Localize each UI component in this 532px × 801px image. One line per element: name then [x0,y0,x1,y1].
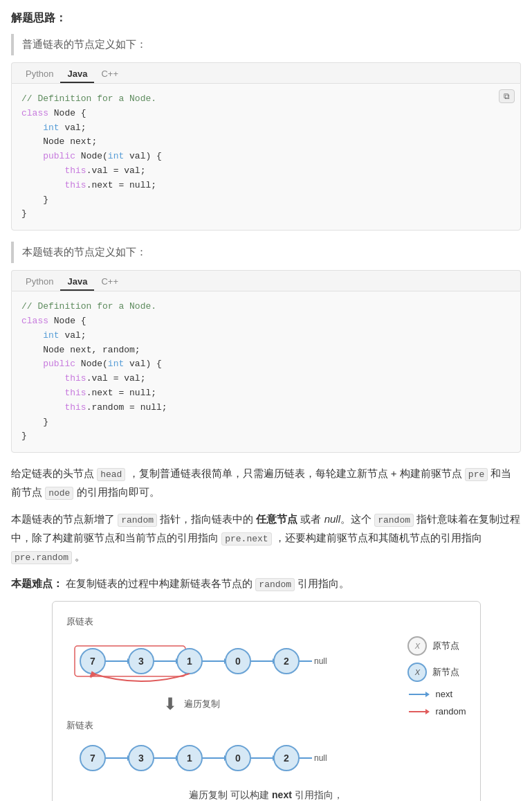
svg-text:2: 2 [284,753,289,764]
paragraph-2: 本题链表的节点新增了 random 指针，指向链表中的 任意节点 或者 null… [11,510,521,566]
diagram-container: X 原节点 X 新节点 next [52,601,481,801]
svg-text:null: null [314,656,327,666]
code-block-1: ⧉ // Definition for a Node. class Node {… [11,83,521,231]
svg-text:2: 2 [284,656,289,667]
legend-next-line: next [407,689,466,699]
svg-text:1: 1 [187,656,192,667]
section-title: 解题思路： [11,11,521,26]
tab-cpp-2[interactable]: C++ [94,273,125,291]
tab-python-2[interactable]: Python [19,273,60,291]
code-lang-tabs-2: Python Java C++ [11,270,521,291]
blockquote-1: 普通链表的节点定义如下： [11,34,521,55]
code-block-2: // Definition for a Node. class Node { i… [11,291,521,453]
tab-python-1[interactable]: Python [19,66,60,83]
diagram-inner: X 原节点 X 新节点 next [66,615,466,801]
legend-new-node: X 新节点 [407,663,466,682]
code-lang-tabs-1: Python Java C++ [11,62,521,83]
new-chain-svg: null 7 3 1 0 2 [66,737,364,779]
blockquote-2: 本题链表的节点定义如下： [11,242,521,263]
paragraph-3: 本题难点： 在复制链表的过程中构建新链表各节点的 random 引用指向。 [11,574,521,593]
svg-text:1: 1 [187,753,192,764]
orig-chain-label: 原链表 [66,615,466,628]
svg-text:7: 7 [90,753,95,764]
tab-java-1[interactable]: Java [60,66,94,83]
svg-text:0: 0 [235,656,241,667]
legend-orig-node: X 原节点 [407,636,466,656]
bottom-note: 遍历复制 可以构建 next 引用指向， 但无法构建 random 引用指向 [66,787,466,801]
svg-marker-3 [425,709,430,714]
new-chain-label: 新链表 [66,719,466,732]
traverse-label-section: ⬇ 遍历复制 [163,694,394,714]
svg-marker-1 [425,692,430,697]
copy-button-1[interactable]: ⧉ [499,89,515,103]
svg-text:null: null [314,753,327,763]
legend-random-line: random [407,706,466,717]
svg-text:0: 0 [235,753,241,764]
traverse-label: 遍历复制 [184,698,220,710]
tab-cpp-1[interactable]: C++ [94,66,125,83]
paragraph-1: 给定链表的头节点 head ，复制普通链表很简单，只需遍历链表，每轮建立新节点 … [11,464,521,501]
svg-text:7: 7 [90,656,95,667]
svg-text:3: 3 [138,753,144,764]
orig-chain-svg: null 7 3 1 0 2 [66,633,364,689]
svg-text:3: 3 [138,656,144,667]
tab-java-2[interactable]: Java [60,273,94,291]
